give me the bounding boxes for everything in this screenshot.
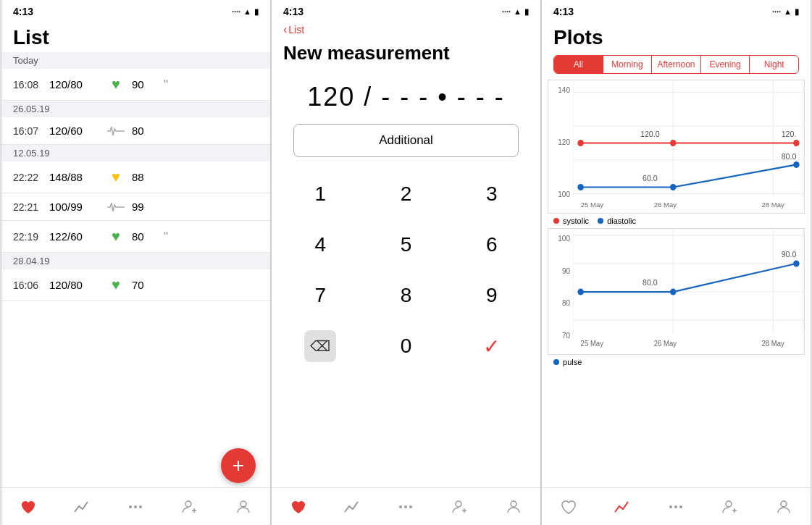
chart2-wrapper: 100 90 80 70 [542, 228, 811, 369]
svg-text:80.0: 80.0 [643, 278, 658, 287]
tab-morning[interactable]: Morning [603, 56, 653, 73]
nav-chart[interactable] [343, 499, 361, 515]
diastolic-dot [598, 218, 603, 224]
key-confirm[interactable]: ✓ [449, 321, 535, 371]
status-time-3: 4:13 [553, 6, 574, 17]
svg-text:26 May: 26 May [654, 201, 677, 209]
nav-heart[interactable] [20, 499, 37, 515]
key-1[interactable]: 1 [277, 169, 363, 219]
row-time: 16:08 [13, 79, 43, 91]
svg-point-53 [679, 505, 682, 508]
row-time: 22:19 [13, 231, 43, 243]
row-pulse: 99 [132, 201, 157, 213]
y-label: 90 [548, 267, 570, 275]
row-pulse: 80 [132, 125, 157, 137]
chart2-container: 100 90 80 70 [548, 228, 805, 355]
status-bar-2: 4:13 ···· ▲ ▮ [272, 0, 540, 20]
svg-text:120.0: 120.0 [640, 129, 660, 138]
svg-point-2 [139, 505, 142, 508]
svg-text:26 May: 26 May [654, 340, 677, 348]
list-item[interactable]: 22:19 122/60 ♥ 80 ‟ [1, 221, 270, 253]
svg-point-22 [577, 140, 584, 146]
nav-chart[interactable] [614, 499, 631, 515]
key-5[interactable]: 5 [363, 219, 448, 270]
filter-tabs: All Morning Afternoon Evening Night [553, 55, 799, 74]
new-measurement-screen: 4:13 ···· ▲ ▮ ‹ List New measurement 120… [271, 0, 541, 525]
key-0[interactable]: 0 [363, 321, 448, 371]
tab-night[interactable]: Night [750, 56, 798, 73]
section-28apr: 28.04.19 [1, 253, 270, 269]
svg-text:25 May: 25 May [581, 201, 603, 209]
nav-person-add[interactable] [181, 499, 198, 515]
svg-point-7 [399, 505, 402, 508]
row-pulse: 70 [132, 279, 157, 291]
back-nav[interactable]: ‹ List [272, 20, 540, 36]
key-2[interactable]: 2 [363, 169, 448, 219]
row-bp: 120/60 [49, 125, 100, 137]
back-label: List [288, 24, 304, 35]
pulse-wave-icon [106, 125, 126, 137]
chart2-legend: pulse [548, 356, 805, 369]
y-label: 70 [548, 332, 570, 340]
nav-heart[interactable] [560, 499, 577, 515]
nav-more[interactable] [127, 499, 144, 515]
svg-point-51 [669, 505, 672, 508]
svg-point-52 [674, 505, 677, 508]
legend-systolic-label: systolic [563, 217, 589, 225]
nav-heart[interactable] [290, 499, 307, 515]
legend-diastolic: diastolic [598, 217, 636, 225]
svg-point-3 [185, 501, 191, 507]
legend-pulse-label: pulse [563, 358, 582, 366]
nav-more[interactable] [397, 499, 414, 515]
nav-person-add[interactable] [721, 499, 739, 515]
row-time: 22:21 [13, 201, 43, 213]
tab-evening[interactable]: Evening [701, 56, 750, 73]
tab-all[interactable]: All [554, 56, 603, 73]
list-item[interactable]: 22:22 148/88 ♥ 88 [1, 161, 270, 193]
nav-chart[interactable] [73, 499, 91, 515]
row-pulse: 80 [132, 230, 157, 243]
svg-point-54 [726, 501, 732, 507]
key-9[interactable]: 9 [449, 270, 535, 321]
list-item[interactable]: 16:06 120/80 ♥ 70 [1, 269, 270, 301]
signal-icon: ···· [772, 7, 781, 16]
list-item[interactable]: 16:08 120/80 ♥ 90 ‟ [1, 69, 270, 101]
heart-green-icon: ♥ [106, 76, 126, 93]
key-7[interactable]: 7 [277, 270, 363, 321]
list-item[interactable]: 22:21 100/99 99 [1, 193, 270, 221]
status-icons-3: ···· ▲ ▮ [772, 7, 799, 17]
chart2-svg-area: 80.0 90.0 25 May 26 May 28 May [573, 229, 804, 354]
y-label: 80 [548, 299, 570, 307]
bottom-nav-1 [1, 487, 270, 525]
plots-screen: 4:13 ···· ▲ ▮ Plots All Morning Afternoo… [541, 0, 811, 525]
section-today: Today [1, 52, 270, 69]
list-item[interactable]: 16:07 120/60 80 [1, 117, 270, 145]
add-measurement-button[interactable]: + [221, 448, 256, 483]
row-bp: 120/80 [49, 78, 100, 91]
keypad: 1 2 3 4 5 6 7 8 9 ⌫ 0 ✓ [272, 169, 540, 371]
svg-point-10 [456, 501, 461, 507]
status-icons-1: ···· ▲ ▮ [232, 7, 259, 17]
nav-person[interactable] [505, 499, 522, 515]
nav-person-add[interactable] [451, 499, 469, 515]
key-delete[interactable]: ⌫ [277, 321, 363, 371]
svg-point-57 [781, 501, 787, 507]
key-3[interactable]: 3 [449, 169, 535, 219]
wifi-icon: ▲ [784, 7, 792, 16]
key-8[interactable]: 8 [363, 270, 448, 321]
y-label: 100 [548, 235, 570, 243]
section-12may: 12.05.19 [1, 145, 270, 161]
tab-afternoon[interactable]: Afternoon [652, 56, 701, 73]
nav-more[interactable] [667, 499, 685, 515]
svg-point-13 [511, 501, 516, 507]
svg-text:60.0: 60.0 [643, 173, 658, 182]
wifi-icon: ▲ [243, 7, 251, 16]
key-4[interactable]: 4 [277, 219, 363, 270]
row-pulse: 88 [132, 171, 157, 183]
nav-person[interactable] [775, 499, 792, 515]
status-bar-3: 4:13 ···· ▲ ▮ [542, 0, 811, 20]
key-6[interactable]: 6 [449, 219, 535, 270]
additional-button[interactable]: Additional [293, 124, 519, 157]
nav-person[interactable] [235, 499, 252, 515]
status-bar-1: 4:13 ···· ▲ ▮ [1, 0, 270, 20]
